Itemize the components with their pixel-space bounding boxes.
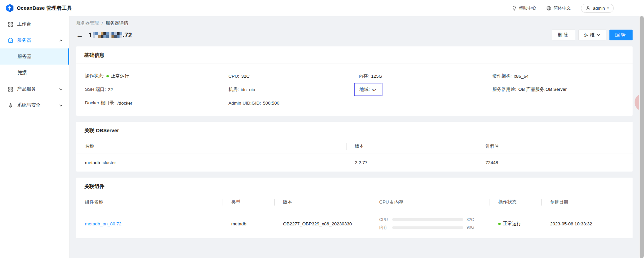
app-logo: OceanBase 管理者工具 <box>0 0 70 16</box>
calendar-check-icon <box>8 38 13 43</box>
edit-button-label: 编辑 <box>615 32 627 38</box>
cpu-memory-gauges: CPU 32C 内存 90G <box>379 217 490 230</box>
breadcrumb: 服务器管理 / 服务器详情 <box>76 20 633 26</box>
lightbulb-icon <box>512 6 517 11</box>
related-observer-card: 关联 OBServer 名称 版本 进程号 metadb_cluster 2.2… <box>76 122 633 172</box>
chevron-down-icon <box>59 88 62 90</box>
green-status-dot <box>106 75 109 77</box>
breadcrumb-parent[interactable]: 服务器管理 <box>76 20 99 26</box>
column-header-component-name: 组件名称 <box>76 199 223 205</box>
column-header-name: 名称 <box>76 143 346 149</box>
vertical-scrollbar[interactable] <box>639 16 644 258</box>
back-arrow-icon[interactable]: ← <box>76 32 83 39</box>
help-center-button[interactable]: 帮助中心 <box>512 5 536 11</box>
related-observer-title: 关联 OBServer <box>76 122 633 139</box>
column-header-type: 类型 <box>223 199 274 205</box>
component-version-cell: OB2277_OBP329_x86_20230330 <box>274 221 371 226</box>
sidebar-item-workbench[interactable]: 工作台 <box>0 16 69 32</box>
sidebar-item-system-security[interactable]: 系统与安全 <box>0 97 69 113</box>
field-ssh-port: SSH 端口: 22 <box>85 83 228 96</box>
component-status-cell: 正常运行 <box>490 221 541 227</box>
globe-icon <box>546 6 551 11</box>
edit-button[interactable]: 编辑 <box>609 30 633 40</box>
chevron-up-icon <box>59 39 62 42</box>
sidebar-item-server-list[interactable]: 服务器 <box>0 48 69 65</box>
grid-icon <box>8 22 13 27</box>
related-components-title: 关联组件 <box>76 178 633 195</box>
page-title-row: ← 1 .72 删除 运维 编辑 <box>76 30 633 40</box>
sidebar-item-label: 服务器 <box>17 37 55 43</box>
app-title: OceanBase 管理者工具 <box>17 5 72 11</box>
scrollbar-thumb[interactable] <box>640 16 644 258</box>
user-menu[interactable]: admin ▾ <box>581 4 614 13</box>
field-arch: 硬件架构: x86_64 <box>492 69 633 83</box>
memory-bar-track <box>392 226 463 229</box>
breadcrumb-separator: / <box>102 21 103 26</box>
chevron-down-icon <box>59 104 62 107</box>
column-header-cpu-mem: CPU & 内存 <box>371 199 490 205</box>
redacted-ip-mosaic <box>93 32 122 38</box>
memory-gauge: 内存 90G <box>379 225 490 230</box>
column-header-created: 创建日期 <box>541 199 633 205</box>
observer-version-cell: 2.2.77 <box>346 160 477 165</box>
table-row: metadb_cluster 2.2.77 72448 <box>76 153 633 172</box>
field-server-purpose: 服务器用途: OB 产品服务,OB Server <box>492 83 633 96</box>
basic-info-title: 基础信息 <box>76 46 633 64</box>
delete-button[interactable]: 删除 <box>552 30 575 40</box>
top-header: OceanBase 管理者工具 帮助中心 <box>0 0 644 16</box>
component-name-link[interactable]: metadb_on_80.72 <box>85 221 122 226</box>
component-type-cell: metadb <box>223 221 274 226</box>
oceanbase-logo-icon <box>5 4 14 12</box>
system-security-rocket-icon <box>8 103 13 108</box>
language-label: 简体中文 <box>553 5 571 11</box>
component-created-cell: 2023-05-08 10:33:32 <box>541 221 633 226</box>
main-content: 服务器管理 / 服务器详情 ← 1 .72 删除 运维 编辑 基础 <box>70 16 639 258</box>
sidebar-item-products[interactable]: 产品服务 <box>0 81 69 97</box>
ops-button-label: 运维 <box>584 32 596 38</box>
field-idc: 机房: idc_oio <box>228 83 359 96</box>
grid-icon <box>8 87 13 92</box>
column-header-version: 版本 <box>274 199 371 205</box>
ops-dropdown-button[interactable]: 运维 <box>579 30 606 40</box>
page-title: 1 .72 <box>89 31 132 39</box>
green-status-dot <box>498 223 501 225</box>
components-table-header: 组件名称 类型 版本 CPU & 内存 操作状态 创建日期 <box>76 195 633 209</box>
field-memory: 内存: 125G <box>359 69 492 83</box>
table-row: metadb_on_80.72 metadb OB2277_OBP329_x86… <box>76 209 633 238</box>
basic-info-grid: 操作状态: 正常运行 CPU: 32C 内存: 125G 硬件架构: x86_6… <box>76 64 633 116</box>
sidebar-item-label: 服务器 <box>17 53 32 60</box>
help-center-label: 帮助中心 <box>519 5 536 11</box>
observer-name-cell: metadb_cluster <box>76 160 346 165</box>
field-region: 地域: sz <box>359 83 492 96</box>
observer-table-header: 名称 版本 进程号 <box>76 139 633 153</box>
column-header-pid: 进程号 <box>477 143 633 149</box>
column-header-status: 操作状态 <box>490 199 541 205</box>
user-name: admin <box>593 6 605 11</box>
status-text: 正常运行 <box>503 221 521 227</box>
sidebar-item-credentials[interactable]: 凭据 <box>0 65 69 81</box>
cpu-capacity: 32C <box>467 217 474 222</box>
sidebar-item-server[interactable]: 服务器 <box>0 32 69 48</box>
breadcrumb-current: 服务器详情 <box>105 20 128 26</box>
observer-pid-cell: 72448 <box>477 160 633 165</box>
sidebar-item-label: 系统与安全 <box>17 102 55 108</box>
field-operation-status: 操作状态: 正常运行 <box>85 69 228 83</box>
title-ip-prefix: 1 <box>89 31 92 39</box>
basic-info-card: 基础信息 操作状态: 正常运行 CPU: 32C 内存: 125G 硬件架构: … <box>76 46 633 116</box>
related-components-card: 关联组件 组件名称 类型 版本 CPU & 内存 操作状态 创建日期 metad… <box>76 178 633 238</box>
language-switcher[interactable]: 简体中文 <box>546 5 571 11</box>
sidebar-submenu-server: 服务器 凭据 <box>0 48 69 81</box>
sidebar-item-label: 凭据 <box>17 70 27 76</box>
field-cpu: CPU: 32C <box>228 69 359 83</box>
user-icon <box>586 6 591 10</box>
field-docker-root: Docker 根目录: /docker <box>85 96 228 110</box>
field-admin-uid-gid: Admin UID:GID: 500:500 <box>228 96 359 110</box>
chevron-down-icon: ▾ <box>607 6 609 10</box>
sidebar-item-label: 工作台 <box>17 21 62 27</box>
memory-capacity: 90G <box>467 225 474 230</box>
chevron-down-icon <box>597 34 600 36</box>
sidebar-item-label: 产品服务 <box>17 86 55 92</box>
column-header-version: 版本 <box>346 143 477 149</box>
cpu-bar-track <box>392 218 463 221</box>
cpu-gauge: CPU 32C <box>379 217 490 222</box>
